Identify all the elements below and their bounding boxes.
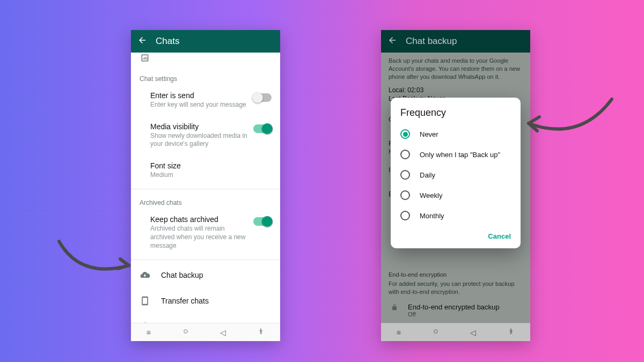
android-navbar: ≡ ◁ <box>131 323 280 341</box>
radio-label: Only when I tap "Back up" <box>420 151 500 159</box>
radio-option-only-tap[interactable]: Only when I tap "Back up" <box>391 144 521 165</box>
radio-label: Monthly <box>420 212 444 220</box>
setting-sub: Archived chats will remain archived when… <box>150 225 249 250</box>
svg-point-1 <box>260 329 261 330</box>
setting-title: Keep chats archived <box>150 215 249 224</box>
radio-label: Never <box>420 130 438 138</box>
nav-recent-icon[interactable]: ≡ <box>147 328 151 337</box>
radio-option-weekly[interactable]: Weekly <box>391 185 521 205</box>
row-transfer-chats[interactable]: Transfer chats <box>131 288 280 314</box>
partial-item-wallpaper[interactable] <box>131 53 280 68</box>
cloud-upload-icon <box>140 270 150 280</box>
setting-sub: Enter key will send your message <box>150 101 249 109</box>
radio-icon <box>400 170 410 180</box>
back-arrow-icon[interactable] <box>137 35 147 47</box>
image-icon <box>140 54 150 64</box>
setting-media-visibility[interactable]: Media visibility Show newly downloaded m… <box>131 117 280 156</box>
dialog-title: Frequency <box>391 107 521 124</box>
frequency-dialog: Frequency Never Only when I tap "Back up… <box>391 98 521 248</box>
phone-transfer-icon <box>140 295 150 306</box>
nav-home-icon[interactable] <box>182 328 189 337</box>
chat-backup-screen: Chat backup Back up your chats and media… <box>381 30 530 341</box>
radio-icon <box>400 129 410 139</box>
section-label-archived-chats: Archived chats <box>131 191 280 210</box>
setting-title: Enter is send <box>150 91 249 100</box>
radio-icon <box>400 211 410 220</box>
radio-label: Weekly <box>420 191 442 200</box>
nav-accessibility-icon[interactable] <box>257 328 265 337</box>
appbar: Chats <box>131 30 280 53</box>
row-label: Chat backup <box>161 271 203 279</box>
divider <box>131 189 280 189</box>
setting-font-size[interactable]: Font size Medium <box>131 156 280 187</box>
radio-option-never[interactable]: Never <box>391 124 521 144</box>
chats-settings-screen: Chats Chat settings Enter is send Enter … <box>131 30 280 341</box>
setting-keep-chats-archived[interactable]: Keep chats archived Archived chats will … <box>131 210 280 257</box>
toggle-media-visibility[interactable] <box>253 124 272 133</box>
appbar-title: Chats <box>156 36 179 47</box>
setting-title: Media visibility <box>150 122 249 131</box>
annotation-arrow-left <box>54 236 140 286</box>
setting-sub: Show newly downloaded media in your devi… <box>150 132 249 149</box>
toggle-enter-is-send[interactable] <box>253 93 272 102</box>
dialog-cancel-button[interactable]: Cancel <box>488 232 511 240</box>
radio-icon <box>400 150 410 159</box>
toggle-keep-archived[interactable] <box>253 217 272 226</box>
section-label-chat-settings: Chat settings <box>131 68 280 86</box>
svg-rect-0 <box>184 330 187 333</box>
setting-sub: Medium <box>150 171 267 180</box>
radio-label: Daily <box>420 171 435 179</box>
radio-option-monthly[interactable]: Monthly <box>391 205 521 226</box>
setting-enter-is-send[interactable]: Enter is send Enter key will send your m… <box>131 86 280 117</box>
annotation-arrow-right <box>521 91 617 152</box>
radio-option-daily[interactable]: Daily <box>391 165 521 185</box>
setting-title: Font size <box>150 161 267 170</box>
nav-back-icon[interactable]: ◁ <box>220 328 226 337</box>
divider <box>131 260 280 260</box>
row-chat-backup[interactable]: Chat backup <box>131 262 280 288</box>
radio-icon <box>400 190 410 200</box>
row-label: Transfer chats <box>161 297 209 305</box>
